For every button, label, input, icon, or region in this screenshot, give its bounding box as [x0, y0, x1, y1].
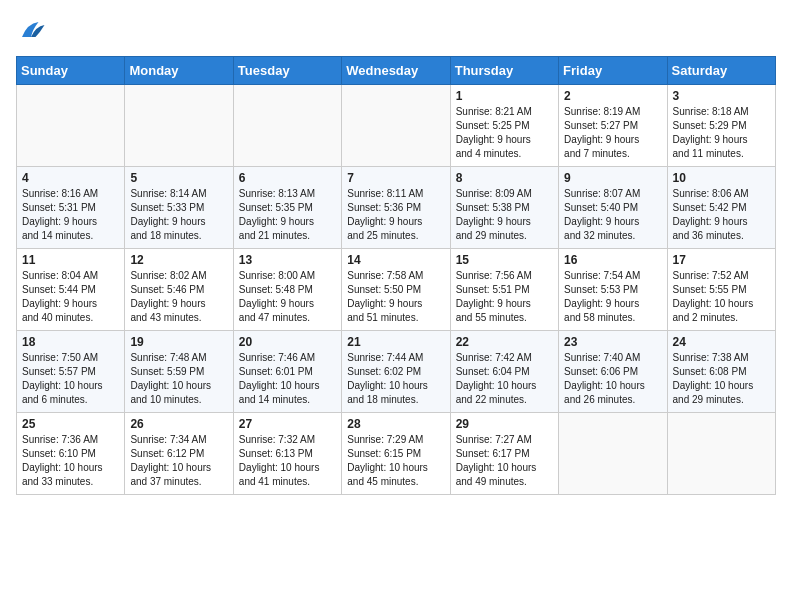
calendar-cell: 19Sunrise: 7:48 AM Sunset: 5:59 PM Dayli… — [125, 331, 233, 413]
calendar-cell: 15Sunrise: 7:56 AM Sunset: 5:51 PM Dayli… — [450, 249, 558, 331]
calendar-cell: 10Sunrise: 8:06 AM Sunset: 5:42 PM Dayli… — [667, 167, 775, 249]
day-number: 25 — [22, 417, 119, 431]
calendar-cell: 26Sunrise: 7:34 AM Sunset: 6:12 PM Dayli… — [125, 413, 233, 495]
day-number: 7 — [347, 171, 444, 185]
day-number: 26 — [130, 417, 227, 431]
calendar-cell: 7Sunrise: 8:11 AM Sunset: 5:36 PM Daylig… — [342, 167, 450, 249]
day-info: Sunrise: 7:44 AM Sunset: 6:02 PM Dayligh… — [347, 351, 444, 407]
calendar-cell: 14Sunrise: 7:58 AM Sunset: 5:50 PM Dayli… — [342, 249, 450, 331]
day-info: Sunrise: 7:42 AM Sunset: 6:04 PM Dayligh… — [456, 351, 553, 407]
day-info: Sunrise: 8:19 AM Sunset: 5:27 PM Dayligh… — [564, 105, 661, 161]
day-number: 19 — [130, 335, 227, 349]
day-number: 11 — [22, 253, 119, 267]
day-info: Sunrise: 7:38 AM Sunset: 6:08 PM Dayligh… — [673, 351, 770, 407]
day-info: Sunrise: 8:21 AM Sunset: 5:25 PM Dayligh… — [456, 105, 553, 161]
calendar-cell: 29Sunrise: 7:27 AM Sunset: 6:17 PM Dayli… — [450, 413, 558, 495]
calendar-table: SundayMondayTuesdayWednesdayThursdayFrid… — [16, 56, 776, 495]
day-info: Sunrise: 7:29 AM Sunset: 6:15 PM Dayligh… — [347, 433, 444, 489]
day-number: 22 — [456, 335, 553, 349]
calendar-cell — [125, 85, 233, 167]
week-row-5: 25Sunrise: 7:36 AM Sunset: 6:10 PM Dayli… — [17, 413, 776, 495]
calendar-cell — [342, 85, 450, 167]
calendar-cell: 25Sunrise: 7:36 AM Sunset: 6:10 PM Dayli… — [17, 413, 125, 495]
day-number: 3 — [673, 89, 770, 103]
day-info: Sunrise: 7:34 AM Sunset: 6:12 PM Dayligh… — [130, 433, 227, 489]
day-info: Sunrise: 7:58 AM Sunset: 5:50 PM Dayligh… — [347, 269, 444, 325]
day-number: 1 — [456, 89, 553, 103]
day-info: Sunrise: 8:16 AM Sunset: 5:31 PM Dayligh… — [22, 187, 119, 243]
calendar-cell: 28Sunrise: 7:29 AM Sunset: 6:15 PM Dayli… — [342, 413, 450, 495]
calendar-cell: 20Sunrise: 7:46 AM Sunset: 6:01 PM Dayli… — [233, 331, 341, 413]
day-info: Sunrise: 7:48 AM Sunset: 5:59 PM Dayligh… — [130, 351, 227, 407]
weekday-header-wednesday: Wednesday — [342, 57, 450, 85]
day-info: Sunrise: 8:06 AM Sunset: 5:42 PM Dayligh… — [673, 187, 770, 243]
weekday-header-monday: Monday — [125, 57, 233, 85]
calendar-cell — [667, 413, 775, 495]
page-header — [16, 16, 776, 46]
calendar-cell: 4Sunrise: 8:16 AM Sunset: 5:31 PM Daylig… — [17, 167, 125, 249]
day-number: 13 — [239, 253, 336, 267]
calendar-cell: 2Sunrise: 8:19 AM Sunset: 5:27 PM Daylig… — [559, 85, 667, 167]
calendar-cell — [233, 85, 341, 167]
calendar-cell: 11Sunrise: 8:04 AM Sunset: 5:44 PM Dayli… — [17, 249, 125, 331]
day-info: Sunrise: 7:36 AM Sunset: 6:10 PM Dayligh… — [22, 433, 119, 489]
day-info: Sunrise: 8:02 AM Sunset: 5:46 PM Dayligh… — [130, 269, 227, 325]
day-info: Sunrise: 7:27 AM Sunset: 6:17 PM Dayligh… — [456, 433, 553, 489]
week-row-3: 11Sunrise: 8:04 AM Sunset: 5:44 PM Dayli… — [17, 249, 776, 331]
calendar-cell: 6Sunrise: 8:13 AM Sunset: 5:35 PM Daylig… — [233, 167, 341, 249]
day-number: 16 — [564, 253, 661, 267]
day-number: 4 — [22, 171, 119, 185]
weekday-header-saturday: Saturday — [667, 57, 775, 85]
calendar-cell: 3Sunrise: 8:18 AM Sunset: 5:29 PM Daylig… — [667, 85, 775, 167]
day-info: Sunrise: 7:46 AM Sunset: 6:01 PM Dayligh… — [239, 351, 336, 407]
calendar-cell: 18Sunrise: 7:50 AM Sunset: 5:57 PM Dayli… — [17, 331, 125, 413]
day-info: Sunrise: 7:56 AM Sunset: 5:51 PM Dayligh… — [456, 269, 553, 325]
logo-icon — [16, 16, 46, 46]
weekday-header-sunday: Sunday — [17, 57, 125, 85]
calendar-cell: 22Sunrise: 7:42 AM Sunset: 6:04 PM Dayli… — [450, 331, 558, 413]
calendar-cell: 5Sunrise: 8:14 AM Sunset: 5:33 PM Daylig… — [125, 167, 233, 249]
logo — [16, 16, 50, 46]
calendar-cell: 16Sunrise: 7:54 AM Sunset: 5:53 PM Dayli… — [559, 249, 667, 331]
calendar-cell: 9Sunrise: 8:07 AM Sunset: 5:40 PM Daylig… — [559, 167, 667, 249]
day-number: 6 — [239, 171, 336, 185]
week-row-1: 1Sunrise: 8:21 AM Sunset: 5:25 PM Daylig… — [17, 85, 776, 167]
calendar-cell: 13Sunrise: 8:00 AM Sunset: 5:48 PM Dayli… — [233, 249, 341, 331]
day-number: 21 — [347, 335, 444, 349]
calendar-cell: 1Sunrise: 8:21 AM Sunset: 5:25 PM Daylig… — [450, 85, 558, 167]
day-info: Sunrise: 7:52 AM Sunset: 5:55 PM Dayligh… — [673, 269, 770, 325]
day-number: 27 — [239, 417, 336, 431]
day-number: 8 — [456, 171, 553, 185]
day-info: Sunrise: 8:11 AM Sunset: 5:36 PM Dayligh… — [347, 187, 444, 243]
day-number: 14 — [347, 253, 444, 267]
day-info: Sunrise: 8:09 AM Sunset: 5:38 PM Dayligh… — [456, 187, 553, 243]
day-number: 9 — [564, 171, 661, 185]
calendar-cell: 24Sunrise: 7:38 AM Sunset: 6:08 PM Dayli… — [667, 331, 775, 413]
calendar-cell: 8Sunrise: 8:09 AM Sunset: 5:38 PM Daylig… — [450, 167, 558, 249]
weekday-header-thursday: Thursday — [450, 57, 558, 85]
day-info: Sunrise: 8:14 AM Sunset: 5:33 PM Dayligh… — [130, 187, 227, 243]
calendar-cell: 27Sunrise: 7:32 AM Sunset: 6:13 PM Dayli… — [233, 413, 341, 495]
day-info: Sunrise: 7:32 AM Sunset: 6:13 PM Dayligh… — [239, 433, 336, 489]
day-number: 29 — [456, 417, 553, 431]
week-row-2: 4Sunrise: 8:16 AM Sunset: 5:31 PM Daylig… — [17, 167, 776, 249]
day-number: 28 — [347, 417, 444, 431]
calendar-cell — [17, 85, 125, 167]
day-number: 5 — [130, 171, 227, 185]
day-number: 15 — [456, 253, 553, 267]
weekday-header-friday: Friday — [559, 57, 667, 85]
day-number: 10 — [673, 171, 770, 185]
day-number: 20 — [239, 335, 336, 349]
day-number: 2 — [564, 89, 661, 103]
calendar-cell — [559, 413, 667, 495]
day-info: Sunrise: 8:18 AM Sunset: 5:29 PM Dayligh… — [673, 105, 770, 161]
day-info: Sunrise: 7:54 AM Sunset: 5:53 PM Dayligh… — [564, 269, 661, 325]
day-info: Sunrise: 8:04 AM Sunset: 5:44 PM Dayligh… — [22, 269, 119, 325]
day-info: Sunrise: 8:07 AM Sunset: 5:40 PM Dayligh… — [564, 187, 661, 243]
day-number: 23 — [564, 335, 661, 349]
week-row-4: 18Sunrise: 7:50 AM Sunset: 5:57 PM Dayli… — [17, 331, 776, 413]
calendar-cell: 21Sunrise: 7:44 AM Sunset: 6:02 PM Dayli… — [342, 331, 450, 413]
day-info: Sunrise: 7:50 AM Sunset: 5:57 PM Dayligh… — [22, 351, 119, 407]
weekday-header-row: SundayMondayTuesdayWednesdayThursdayFrid… — [17, 57, 776, 85]
weekday-header-tuesday: Tuesday — [233, 57, 341, 85]
